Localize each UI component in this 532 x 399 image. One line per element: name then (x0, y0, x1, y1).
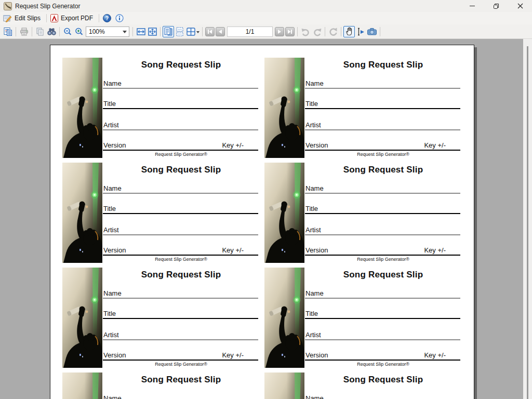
hand-tool-button[interactable] (343, 26, 355, 37)
refresh-button[interactable] (327, 26, 339, 37)
slip-footer: Request Slip Generator® (102, 362, 260, 367)
previous-page-button[interactable] (216, 27, 225, 36)
slip-footer: Request Slip Generator® (304, 152, 462, 157)
combo-caret-icon (123, 31, 127, 33)
name-field-line: Name (103, 180, 258, 194)
hand-tool-icon (344, 26, 354, 36)
zoom-level-combobox[interactable]: 100% (86, 26, 129, 37)
multi-page-icon (186, 27, 200, 36)
slip-title: Song Request Slip (102, 270, 260, 280)
slip-footer: Request Slip Generator® (102, 152, 260, 157)
fit-width-button[interactable] (135, 26, 147, 37)
binoculars-icon (47, 27, 57, 36)
next-page-button[interactable] (275, 27, 284, 36)
title-label: Title (305, 310, 318, 317)
page-indicator-value: 1/1 (246, 28, 255, 35)
slip-content: Song Request Slip Name Title Artist Vers… (102, 163, 260, 263)
svg-text:?: ? (105, 16, 109, 21)
zoom-in-button[interactable] (73, 26, 85, 37)
title-label: Title (103, 310, 116, 317)
print-options-button[interactable] (2, 26, 14, 37)
text-select-icon (356, 27, 365, 36)
edit-slips-button[interactable]: Edit Slips (2, 12, 44, 24)
edit-slips-icon (3, 14, 12, 22)
name-label: Name (103, 184, 122, 192)
zoom-out-button[interactable] (62, 26, 73, 37)
print-button[interactable] (18, 26, 30, 37)
song-request-slip: Song Request Slip Name Title Artist Vers… (62, 58, 260, 158)
name-label: Name (305, 394, 324, 399)
name-field-line: Name (305, 390, 460, 399)
slip-title: Song Request Slip (304, 60, 462, 70)
name-label: Name (305, 79, 324, 87)
song-request-slip: Song Request Slip Name Title Artist Vers… (264, 268, 462, 368)
copy-icon (35, 27, 45, 36)
slip-title: Song Request Slip (102, 60, 260, 70)
export-pdf-button[interactable]: Export PDF (49, 12, 96, 24)
key-label: Key +/- (424, 246, 446, 254)
toolbar-separator (160, 27, 161, 36)
zoom-in-icon (74, 27, 84, 36)
close-icon (517, 3, 523, 9)
menu-bar: Edit Slips Export PDF ? (0, 12, 532, 24)
next-view-button[interactable] (311, 26, 323, 37)
song-request-slip: Song Request Slip Name Title Artist Vers… (62, 163, 260, 263)
preview-page: Song Request Slip Name Title Artist Vers… (50, 45, 474, 399)
version-label: Version (305, 246, 328, 254)
report-pages-icon (3, 27, 13, 36)
song-request-slip: Song Request Slip Name Title Artist Vers… (264, 373, 462, 399)
multi-page-view-button[interactable] (185, 26, 200, 37)
page-indicator[interactable]: 1/1 (227, 26, 273, 37)
window-title: Request Slip Generator (15, 3, 80, 10)
version-label: Version (103, 351, 126, 359)
continuous-view-button[interactable] (174, 26, 185, 37)
artist-label: Artist (305, 121, 321, 129)
concert-photo (264, 58, 304, 158)
vertical-scrollbar[interactable] (523, 39, 532, 399)
artist-label: Artist (305, 226, 321, 234)
scrollbar-thumb[interactable] (527, 46, 528, 399)
next-view-icon (312, 27, 322, 36)
snapshot-tool-button[interactable] (366, 26, 378, 37)
fit-page-button[interactable] (147, 26, 158, 37)
title-label: Title (305, 100, 318, 108)
concert-photo (62, 268, 102, 368)
last-page-button[interactable] (285, 27, 295, 36)
last-page-icon (287, 29, 292, 34)
single-page-view-button[interactable] (163, 26, 174, 37)
restore-button[interactable] (484, 0, 508, 12)
zoom-out-icon (63, 27, 73, 36)
title-field-line: Title (305, 201, 460, 214)
song-request-slip: Song Request Slip Name Title Artist Vers… (62, 268, 260, 368)
song-request-slip: Song Request Slip Name Title Artist Vers… (264, 58, 462, 158)
first-page-button[interactable] (205, 27, 215, 36)
close-button[interactable] (508, 0, 532, 12)
export-pdf-label: Export PDF (61, 15, 93, 22)
version-field-line: Version Key +/- (305, 347, 460, 361)
camera-icon (367, 27, 377, 36)
slip-footer: Request Slip Generator® (102, 257, 260, 262)
artist-field-line: Artist (305, 327, 460, 340)
concert-photo (264, 373, 304, 399)
concert-photo (264, 268, 304, 368)
slip-content: Song Request Slip Name Title Artist Vers… (304, 373, 462, 399)
title-label: Title (103, 205, 116, 212)
previous-view-button[interactable] (300, 26, 311, 37)
help-button[interactable]: ? (102, 12, 114, 24)
version-field-line: Version Key +/- (103, 137, 258, 151)
toolbar-separator (32, 27, 32, 36)
about-button[interactable] (114, 12, 127, 24)
minimize-button[interactable] (460, 0, 484, 12)
slip-content: Song Request Slip Name Title Artist Vers… (102, 58, 260, 158)
title-field-line: Title (103, 305, 258, 319)
copy-button[interactable] (34, 26, 46, 37)
artist-field-line: Artist (305, 117, 460, 130)
print-preview-area[interactable]: Song Request Slip Name Title Artist Vers… (0, 39, 532, 399)
text-select-tool-button[interactable] (355, 26, 366, 37)
slip-content: Song Request Slip Name Title Artist Vers… (304, 268, 462, 368)
artist-field-line: Artist (103, 327, 258, 340)
name-label: Name (103, 394, 122, 399)
find-button[interactable] (46, 26, 57, 37)
slip-title: Song Request Slip (304, 375, 462, 385)
key-label: Key +/- (222, 351, 244, 359)
